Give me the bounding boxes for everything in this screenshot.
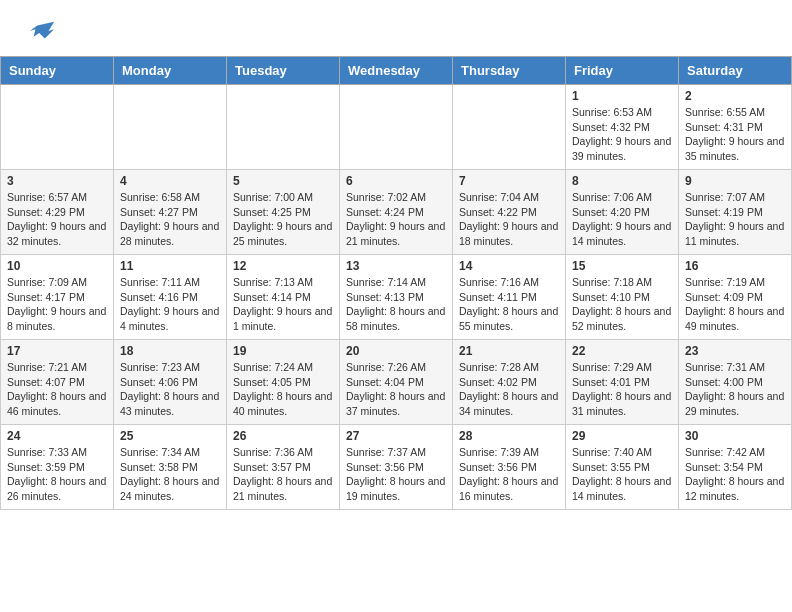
day-info: Sunrise: 6:58 AMSunset: 4:27 PMDaylight:…	[120, 190, 220, 249]
calendar-week-row: 17Sunrise: 7:21 AMSunset: 4:07 PMDayligh…	[1, 340, 792, 425]
day-number: 15	[572, 259, 672, 273]
logo-bird-icon	[28, 18, 56, 46]
day-number: 4	[120, 174, 220, 188]
calendar-cell: 17Sunrise: 7:21 AMSunset: 4:07 PMDayligh…	[1, 340, 114, 425]
calendar-header-monday: Monday	[114, 57, 227, 85]
day-info: Sunrise: 7:26 AMSunset: 4:04 PMDaylight:…	[346, 360, 446, 419]
calendar-week-row: 24Sunrise: 7:33 AMSunset: 3:59 PMDayligh…	[1, 425, 792, 510]
calendar-cell: 30Sunrise: 7:42 AMSunset: 3:54 PMDayligh…	[679, 425, 792, 510]
day-info: Sunrise: 7:23 AMSunset: 4:06 PMDaylight:…	[120, 360, 220, 419]
day-number: 5	[233, 174, 333, 188]
calendar-cell: 26Sunrise: 7:36 AMSunset: 3:57 PMDayligh…	[227, 425, 340, 510]
day-info: Sunrise: 7:31 AMSunset: 4:00 PMDaylight:…	[685, 360, 785, 419]
day-number: 11	[120, 259, 220, 273]
calendar-cell	[1, 85, 114, 170]
calendar-cell	[340, 85, 453, 170]
calendar-cell: 6Sunrise: 7:02 AMSunset: 4:24 PMDaylight…	[340, 170, 453, 255]
day-number: 16	[685, 259, 785, 273]
calendar-cell: 18Sunrise: 7:23 AMSunset: 4:06 PMDayligh…	[114, 340, 227, 425]
day-number: 22	[572, 344, 672, 358]
calendar-cell: 14Sunrise: 7:16 AMSunset: 4:11 PMDayligh…	[453, 255, 566, 340]
calendar-header-wednesday: Wednesday	[340, 57, 453, 85]
calendar-week-row: 10Sunrise: 7:09 AMSunset: 4:17 PMDayligh…	[1, 255, 792, 340]
day-info: Sunrise: 7:04 AMSunset: 4:22 PMDaylight:…	[459, 190, 559, 249]
day-info: Sunrise: 7:36 AMSunset: 3:57 PMDaylight:…	[233, 445, 333, 504]
calendar-cell: 5Sunrise: 7:00 AMSunset: 4:25 PMDaylight…	[227, 170, 340, 255]
day-info: Sunrise: 7:29 AMSunset: 4:01 PMDaylight:…	[572, 360, 672, 419]
calendar-week-row: 1Sunrise: 6:53 AMSunset: 4:32 PMDaylight…	[1, 85, 792, 170]
day-info: Sunrise: 7:13 AMSunset: 4:14 PMDaylight:…	[233, 275, 333, 334]
calendar-header-thursday: Thursday	[453, 57, 566, 85]
calendar-cell: 1Sunrise: 6:53 AMSunset: 4:32 PMDaylight…	[566, 85, 679, 170]
day-info: Sunrise: 7:00 AMSunset: 4:25 PMDaylight:…	[233, 190, 333, 249]
calendar-header-row: SundayMondayTuesdayWednesdayThursdayFrid…	[1, 57, 792, 85]
calendar-header-sunday: Sunday	[1, 57, 114, 85]
calendar-cell: 7Sunrise: 7:04 AMSunset: 4:22 PMDaylight…	[453, 170, 566, 255]
calendar-cell: 19Sunrise: 7:24 AMSunset: 4:05 PMDayligh…	[227, 340, 340, 425]
calendar-cell: 13Sunrise: 7:14 AMSunset: 4:13 PMDayligh…	[340, 255, 453, 340]
day-info: Sunrise: 7:02 AMSunset: 4:24 PMDaylight:…	[346, 190, 446, 249]
calendar-header-saturday: Saturday	[679, 57, 792, 85]
day-info: Sunrise: 6:57 AMSunset: 4:29 PMDaylight:…	[7, 190, 107, 249]
day-number: 20	[346, 344, 446, 358]
day-info: Sunrise: 7:40 AMSunset: 3:55 PMDaylight:…	[572, 445, 672, 504]
calendar-cell: 2Sunrise: 6:55 AMSunset: 4:31 PMDaylight…	[679, 85, 792, 170]
calendar-cell: 15Sunrise: 7:18 AMSunset: 4:10 PMDayligh…	[566, 255, 679, 340]
day-number: 1	[572, 89, 672, 103]
calendar-cell: 11Sunrise: 7:11 AMSunset: 4:16 PMDayligh…	[114, 255, 227, 340]
day-number: 28	[459, 429, 559, 443]
calendar-cell: 28Sunrise: 7:39 AMSunset: 3:56 PMDayligh…	[453, 425, 566, 510]
day-number: 14	[459, 259, 559, 273]
day-info: Sunrise: 7:07 AMSunset: 4:19 PMDaylight:…	[685, 190, 785, 249]
day-number: 19	[233, 344, 333, 358]
calendar-cell: 9Sunrise: 7:07 AMSunset: 4:19 PMDaylight…	[679, 170, 792, 255]
calendar-cell: 23Sunrise: 7:31 AMSunset: 4:00 PMDayligh…	[679, 340, 792, 425]
day-number: 3	[7, 174, 107, 188]
day-info: Sunrise: 7:24 AMSunset: 4:05 PMDaylight:…	[233, 360, 333, 419]
logo	[24, 18, 56, 46]
day-info: Sunrise: 6:55 AMSunset: 4:31 PMDaylight:…	[685, 105, 785, 164]
calendar-table: SundayMondayTuesdayWednesdayThursdayFrid…	[0, 56, 792, 510]
day-info: Sunrise: 7:16 AMSunset: 4:11 PMDaylight:…	[459, 275, 559, 334]
day-number: 26	[233, 429, 333, 443]
day-number: 17	[7, 344, 107, 358]
calendar-week-row: 3Sunrise: 6:57 AMSunset: 4:29 PMDaylight…	[1, 170, 792, 255]
day-info: Sunrise: 7:37 AMSunset: 3:56 PMDaylight:…	[346, 445, 446, 504]
calendar-cell: 8Sunrise: 7:06 AMSunset: 4:20 PMDaylight…	[566, 170, 679, 255]
day-info: Sunrise: 7:42 AMSunset: 3:54 PMDaylight:…	[685, 445, 785, 504]
day-info: Sunrise: 7:18 AMSunset: 4:10 PMDaylight:…	[572, 275, 672, 334]
day-info: Sunrise: 7:33 AMSunset: 3:59 PMDaylight:…	[7, 445, 107, 504]
calendar-header-friday: Friday	[566, 57, 679, 85]
day-number: 24	[7, 429, 107, 443]
day-number: 30	[685, 429, 785, 443]
day-number: 12	[233, 259, 333, 273]
page-header	[0, 0, 792, 56]
day-info: Sunrise: 7:21 AMSunset: 4:07 PMDaylight:…	[7, 360, 107, 419]
calendar-cell	[114, 85, 227, 170]
day-number: 29	[572, 429, 672, 443]
calendar-cell: 21Sunrise: 7:28 AMSunset: 4:02 PMDayligh…	[453, 340, 566, 425]
day-number: 23	[685, 344, 785, 358]
calendar-cell: 25Sunrise: 7:34 AMSunset: 3:58 PMDayligh…	[114, 425, 227, 510]
day-info: Sunrise: 7:09 AMSunset: 4:17 PMDaylight:…	[7, 275, 107, 334]
day-number: 2	[685, 89, 785, 103]
day-number: 6	[346, 174, 446, 188]
calendar-cell	[227, 85, 340, 170]
day-number: 18	[120, 344, 220, 358]
calendar-cell: 29Sunrise: 7:40 AMSunset: 3:55 PMDayligh…	[566, 425, 679, 510]
svg-marker-0	[30, 22, 54, 39]
day-number: 7	[459, 174, 559, 188]
calendar-cell: 20Sunrise: 7:26 AMSunset: 4:04 PMDayligh…	[340, 340, 453, 425]
day-info: Sunrise: 6:53 AMSunset: 4:32 PMDaylight:…	[572, 105, 672, 164]
calendar-cell: 16Sunrise: 7:19 AMSunset: 4:09 PMDayligh…	[679, 255, 792, 340]
day-info: Sunrise: 7:06 AMSunset: 4:20 PMDaylight:…	[572, 190, 672, 249]
calendar-cell	[453, 85, 566, 170]
calendar-cell: 10Sunrise: 7:09 AMSunset: 4:17 PMDayligh…	[1, 255, 114, 340]
day-info: Sunrise: 7:39 AMSunset: 3:56 PMDaylight:…	[459, 445, 559, 504]
calendar-header-tuesday: Tuesday	[227, 57, 340, 85]
day-number: 10	[7, 259, 107, 273]
calendar-cell: 12Sunrise: 7:13 AMSunset: 4:14 PMDayligh…	[227, 255, 340, 340]
calendar-cell: 4Sunrise: 6:58 AMSunset: 4:27 PMDaylight…	[114, 170, 227, 255]
calendar-cell: 24Sunrise: 7:33 AMSunset: 3:59 PMDayligh…	[1, 425, 114, 510]
calendar-cell: 3Sunrise: 6:57 AMSunset: 4:29 PMDaylight…	[1, 170, 114, 255]
